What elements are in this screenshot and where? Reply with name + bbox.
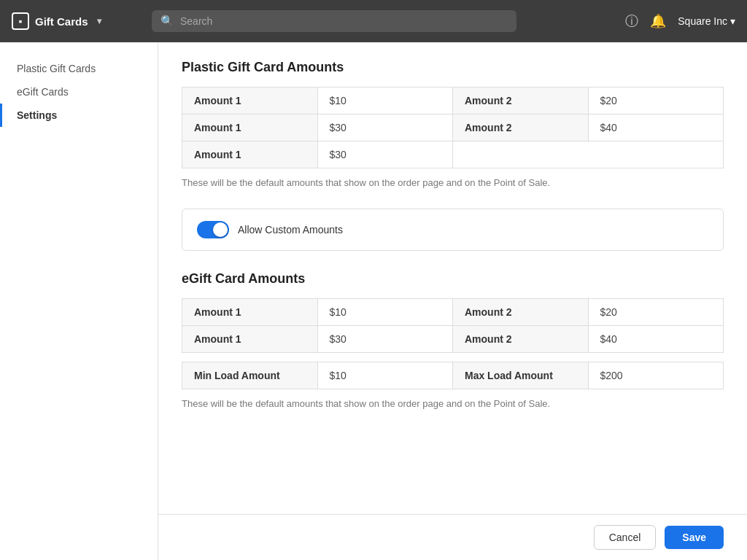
sidebar-item-settings[interactable]: Settings xyxy=(0,104,158,127)
sidebar-item-egift-cards[interactable]: eGift Cards xyxy=(0,80,158,104)
plastic-amount1-label-r2: Amount 1 xyxy=(182,114,318,141)
table-row: Amount 1 $30 xyxy=(182,141,724,168)
egift-section-title: eGift Card Amounts xyxy=(182,271,724,287)
plastic-helper-text: These will be the default amounts that s… xyxy=(182,177,724,188)
brand-label: Gift Cards xyxy=(35,15,88,28)
search-icon: 🔍 xyxy=(160,15,174,28)
plastic-amount2-label-r2: Amount 2 xyxy=(453,114,589,141)
table-row: Amount 1 $30 Amount 2 $40 xyxy=(182,326,724,353)
egift-amount1-label-r1: Amount 1 xyxy=(182,299,318,326)
custom-amounts-label: Allow Custom Amounts xyxy=(238,224,343,236)
plastic-amount1-label-r3: Amount 1 xyxy=(182,141,318,168)
toggle-knob xyxy=(213,222,228,237)
sidebar-item-plastic-gift-cards[interactable]: Plastic Gift Cards xyxy=(0,57,158,80)
table-row: Amount 1 $10 Amount 2 $20 xyxy=(182,299,724,326)
plastic-amount2-label-r1: Amount 2 xyxy=(453,88,589,114)
action-bar: Cancel Save xyxy=(158,514,747,560)
plastic-amount1-value-r3: $30 xyxy=(317,141,453,168)
egift-amount2-value-r1: $20 xyxy=(588,299,724,326)
table-row: Min Load Amount $10 Max Load Amount $200 xyxy=(182,362,724,389)
help-icon[interactable]: ⓘ xyxy=(625,12,638,30)
plastic-section: Plastic Gift Card Amounts Amount 1 $10 A… xyxy=(182,60,724,188)
egift-amount1-value-r2: $30 xyxy=(317,326,453,353)
nav-right: ⓘ 🔔 Square Inc ▾ xyxy=(625,12,735,30)
table-row: Amount 1 $10 Amount 2 $20 xyxy=(182,88,724,114)
topnav: ▪ Gift Cards ▾ 🔍 ⓘ 🔔 Square Inc ▾ xyxy=(0,0,747,42)
search-input[interactable] xyxy=(180,15,508,27)
sidebar: Plastic Gift Cards eGift Cards Settings xyxy=(0,42,158,560)
min-load-value: $10 xyxy=(317,362,453,389)
brand-icon: ▪ xyxy=(12,12,29,30)
nav-brand: ▪ Gift Cards ▾ xyxy=(12,12,143,30)
max-load-value: $200 xyxy=(588,362,724,389)
plastic-amount2-value-r2: $40 xyxy=(588,114,724,141)
custom-amounts-toggle-row: Allow Custom Amounts xyxy=(182,209,724,251)
plastic-amount1-value-r2: $30 xyxy=(317,114,453,141)
egift-amount2-label-r2: Amount 2 xyxy=(453,326,589,353)
egift-amount2-value-r2: $40 xyxy=(588,326,724,353)
bell-icon[interactable]: 🔔 xyxy=(650,13,666,29)
egift-amount1-value-r1: $10 xyxy=(317,299,453,326)
account-label: Square Inc xyxy=(678,15,727,27)
plastic-amount1-value-r1: $10 xyxy=(317,88,453,114)
save-button[interactable]: Save xyxy=(665,526,724,549)
plastic-amount2-value-r1: $20 xyxy=(588,88,724,114)
main-content: Plastic Gift Card Amounts Amount 1 $10 A… xyxy=(158,42,747,560)
plastic-amounts-table: Amount 1 $10 Amount 2 $20 Amount 1 $30 A… xyxy=(182,87,724,168)
min-load-label: Min Load Amount xyxy=(182,362,318,389)
brand-dropdown-icon[interactable]: ▾ xyxy=(97,16,101,26)
account-menu[interactable]: Square Inc ▾ xyxy=(678,15,735,27)
egift-amount1-label-r2: Amount 1 xyxy=(182,326,318,353)
account-dropdown-icon: ▾ xyxy=(730,15,735,27)
plastic-amount1-label-r1: Amount 1 xyxy=(182,88,318,114)
layout: Plastic Gift Cards eGift Cards Settings … xyxy=(0,42,747,560)
load-amounts-table: Min Load Amount $10 Max Load Amount $200 xyxy=(182,362,724,389)
custom-amounts-toggle[interactable] xyxy=(197,221,229,238)
max-load-label: Max Load Amount xyxy=(453,362,589,389)
plastic-section-title: Plastic Gift Card Amounts xyxy=(182,60,724,75)
table-row: Amount 1 $30 Amount 2 $40 xyxy=(182,114,724,141)
egift-amount2-label-r1: Amount 2 xyxy=(453,299,589,326)
egift-helper-text: These will be the default amounts that s… xyxy=(182,398,724,409)
plastic-empty-r3 xyxy=(453,141,724,168)
egift-amounts-table: Amount 1 $10 Amount 2 $20 Amount 1 $30 A… xyxy=(182,298,724,353)
search-bar[interactable]: 🔍 xyxy=(152,10,516,32)
egift-section: eGift Card Amounts Amount 1 $10 Amount 2… xyxy=(182,271,724,409)
cancel-button[interactable]: Cancel xyxy=(594,525,657,550)
